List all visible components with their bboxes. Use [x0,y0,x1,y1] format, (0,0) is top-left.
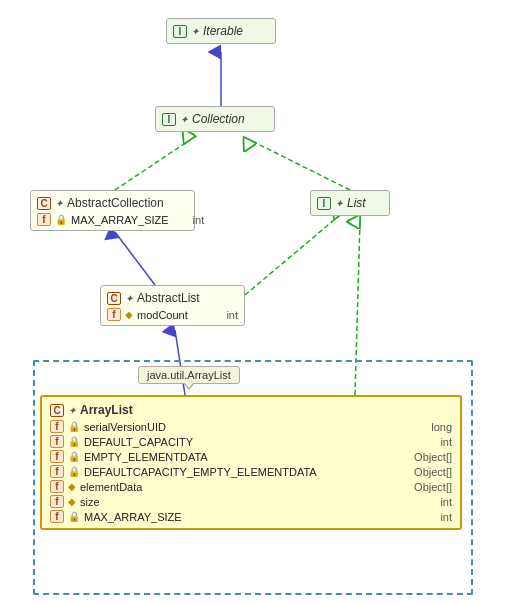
al-lock-2: 🔒 [68,451,80,462]
al-fn-1: DEFAULT_CAPACITY [84,436,193,448]
array-list-title: ArrayList [80,403,133,417]
svg-line-9 [355,222,360,395]
al-ft-2: Object[] [394,451,452,463]
diagram-container: I ✦ Iterable I ✦ Collection C ✦ Abstract… [0,0,510,605]
al-field-type-0: int [206,309,238,321]
tooltip: java.util.ArrayList [138,366,240,384]
al-fn-6: MAX_ARRAY_SIZE [84,511,182,523]
collection-badge: I [162,113,176,126]
svg-line-5 [250,140,350,190]
abstract-collection-badge: C [37,197,51,210]
abstract-list-header: C ✦ AbstractList [107,289,238,307]
field-type-0: int [173,214,205,226]
abstract-collection-title: AbstractCollection [67,196,164,210]
al-fi-6: f [50,510,64,523]
diamond-icon-0: ◆ [125,309,133,320]
list-badge: I [317,197,331,210]
al-fn-3: DEFAULTCAPACITY_EMPTY_ELEMENTDATA [84,466,317,478]
list-title: List [347,196,366,210]
array-list-badge: C [50,404,64,417]
al-row-3: f 🔒 DEFAULTCAPACITY_EMPTY_ELEMENTDATA Ob… [50,464,452,479]
abstract-list-title: AbstractList [137,291,200,305]
al-field-name-0: modCount [137,309,188,321]
svg-line-6 [115,232,155,285]
al-field-icon-0: f [107,308,121,321]
abstract-list-node[interactable]: C ✦ AbstractList f ◆ modCount int [100,285,245,326]
array-list-node[interactable]: C ✦ ArrayList f 🔒 serialVersionUID long … [40,395,462,530]
abstract-collection-node[interactable]: C ✦ AbstractCollection f 🔒 MAX_ARRAY_SIZ… [30,190,195,231]
al-fi-3: f [50,465,64,478]
al-fn-5: size [80,496,100,508]
al-fi-1: f [50,435,64,448]
al-ft-0: long [411,421,452,433]
abstract-list-stereotype: ✦ [125,293,133,304]
collection-node[interactable]: I ✦ Collection [155,106,275,132]
al-fi-4: f [50,480,64,493]
list-stereotype: ✦ [335,198,343,209]
al-row-5: f ◆ size int [50,494,452,509]
abstract-collection-field-0: f 🔒 MAX_ARRAY_SIZE int [37,212,188,227]
field-icon-0: f [37,213,51,226]
al-lock-3: 🔒 [68,466,80,477]
list-header: I ✦ List [317,194,383,212]
al-fn-4: elementData [80,481,142,493]
al-lock-1: 🔒 [68,436,80,447]
abstract-collection-stereotype: ✦ [55,198,63,209]
list-node[interactable]: I ✦ List [310,190,390,216]
al-row-2: f 🔒 EMPTY_ELEMENTDATA Object[] [50,449,452,464]
tooltip-label: java.util.ArrayList [147,369,231,381]
al-row-4: f ◆ elementData Object[] [50,479,452,494]
al-diamond-5: ◆ [68,496,76,507]
al-ft-3: Object[] [394,466,452,478]
al-row-0: f 🔒 serialVersionUID long [50,419,452,434]
al-fi-0: f [50,420,64,433]
collection-title: Collection [192,112,245,126]
svg-line-4 [115,140,190,190]
iterable-header: I ✦ Iterable [173,22,269,40]
al-ft-1: int [420,436,452,448]
al-fn-2: EMPTY_ELEMENTDATA [84,451,208,463]
svg-line-7 [245,215,340,295]
al-lock-0: 🔒 [68,421,80,432]
collection-stereotype: ✦ [180,114,188,125]
al-ft-4: Object[] [394,481,452,493]
al-ft-6: int [420,511,452,523]
al-diamond-4: ◆ [68,481,76,492]
abstract-collection-header: C ✦ AbstractCollection [37,194,188,212]
field-name-0: MAX_ARRAY_SIZE [71,214,169,226]
al-row-1: f 🔒 DEFAULT_CAPACITY int [50,434,452,449]
iterable-node[interactable]: I ✦ Iterable [166,18,276,44]
array-list-stereotype: ✦ [68,405,76,416]
iterable-stereotype: ✦ [191,26,199,37]
array-list-header: C ✦ ArrayList [50,401,452,419]
collection-header: I ✦ Collection [162,110,268,128]
iterable-title: Iterable [203,24,243,38]
lock-icon-0: 🔒 [55,214,67,225]
iterable-badge: I [173,25,187,38]
abstract-list-field-0: f ◆ modCount int [107,307,238,322]
abstract-list-badge: C [107,292,121,305]
al-fi-2: f [50,450,64,463]
al-ft-5: int [420,496,452,508]
al-row-6: f 🔒 MAX_ARRAY_SIZE int [50,509,452,524]
al-lock-6: 🔒 [68,511,80,522]
al-fi-5: f [50,495,64,508]
al-fn-0: serialVersionUID [84,421,166,433]
